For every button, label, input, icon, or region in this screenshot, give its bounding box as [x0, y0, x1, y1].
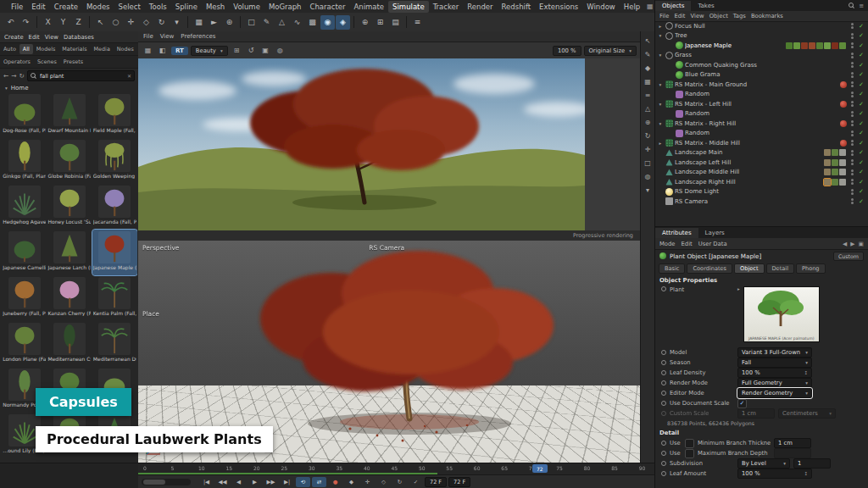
visibility-dots[interactable] [851, 140, 854, 146]
render-picture-viewer-button[interactable]: ► [207, 15, 221, 30]
redshift-tag-icon[interactable] [840, 101, 847, 108]
material-tag-icon[interactable] [839, 159, 846, 166]
enabled-check-icon[interactable]: ✓ [857, 188, 865, 195]
rv-menu-file[interactable]: File [143, 33, 153, 40]
visibility-dots[interactable] [851, 42, 854, 48]
primitive-cube-button[interactable]: □ [244, 15, 259, 30]
move-tool-button[interactable]: ✛ [124, 15, 138, 30]
object-row-rs-camera[interactable]: RS Camera✓ [655, 197, 868, 207]
object-row-grass[interactable]: ▾Grass✓ [655, 51, 868, 61]
ab-tab-operators[interactable]: Operators [0, 57, 34, 67]
material-tag-icon[interactable] [839, 169, 846, 175]
rv-lock-icon[interactable]: ▣ [259, 45, 272, 57]
om-menu-view[interactable]: View [691, 13, 704, 19]
ab-tab-materials[interactable]: Materials [58, 44, 90, 54]
material-tag-icon[interactable] [839, 42, 846, 49]
object-row-landscape-middle-hill[interactable]: Landscape Middle Hill✓ [655, 168, 868, 178]
enabled-check-icon[interactable]: ✓ [857, 198, 865, 205]
object-row-rs-matrix-left-hill[interactable]: ▾RS Matrix - Left Hill✓ [655, 99, 868, 109]
enabled-check-icon[interactable]: ✓ [857, 71, 865, 78]
at-mode-mode[interactable]: Mode [659, 241, 676, 247]
record-keyframe-button[interactable]: ◆ [344, 477, 359, 487]
nav-forward-icon[interactable]: → [11, 72, 16, 80]
asset-item-hedgehog-agave-fall[interactable]: Hedgehog Agave (Fall,… [2, 184, 47, 230]
object-row-landscape-main[interactable]: Landscape Main✓ [655, 148, 868, 158]
material-tag-icon[interactable] [832, 179, 838, 186]
menu-help[interactable]: Help [620, 1, 644, 13]
asset-item-japanese-maple-fall[interactable]: Japanese Maple (Fall, … [92, 230, 137, 275]
visibility-dots[interactable] [851, 101, 854, 107]
material-tag-icon[interactable] [793, 42, 800, 49]
tab-layers[interactable]: Layers [698, 228, 732, 238]
om-menu-bookmarks[interactable]: Bookmarks [751, 13, 783, 19]
object-row-random[interactable]: Random✓ [655, 109, 868, 119]
ab-tab-models[interactable]: Models [33, 44, 59, 54]
visibility-dots[interactable] [851, 111, 854, 117]
enabled-check-icon[interactable]: ✓ [857, 91, 865, 97]
ab-tab-auto[interactable]: Auto [0, 44, 19, 54]
lock-z-button[interactable]: Z [71, 15, 86, 30]
more-tools-icon[interactable]: ▾ [643, 185, 654, 195]
visibility-dots[interactable] [851, 120, 854, 126]
redshift-tag-icon[interactable] [840, 120, 847, 127]
search-input[interactable] [40, 73, 125, 80]
record-scale-button[interactable]: ◇ [376, 477, 391, 487]
history-forward-icon[interactable]: ▶ [850, 241, 854, 247]
previous-key-button[interactable]: ◀◀ [215, 477, 230, 487]
frame-field-1[interactable]: 72 F [448, 477, 470, 487]
ab-tab-nodes[interactable]: Nodes [114, 44, 137, 54]
visibility-dots[interactable] [851, 198, 854, 204]
range-slider[interactable] [142, 479, 191, 485]
subdivision-level-field[interactable]: 1 [793, 458, 831, 469]
custom-scale-unit-select[interactable]: Centimeters▾ [778, 408, 836, 419]
material-tag-icon[interactable] [824, 42, 831, 49]
material-tag-icon[interactable] [824, 169, 831, 175]
record-position-button[interactable]: ✛ [360, 477, 375, 487]
asset-item-dog-rose-fall-plant[interactable]: Dog-Rose (Fall, Plant) [2, 92, 47, 138]
material-tag-icon[interactable] [832, 159, 838, 166]
attr-tab-basic[interactable]: Basic [659, 263, 685, 274]
object-row-rs-dome-light[interactable]: RS Dome Light✓ [655, 187, 868, 197]
menu-file[interactable]: File [7, 1, 27, 13]
menu-edit[interactable]: Edit [27, 1, 49, 13]
material-tag-icon[interactable] [832, 42, 838, 49]
menu-create[interactable]: Create [50, 1, 82, 13]
visibility-dots[interactable] [851, 130, 854, 136]
record-rotation-button[interactable]: ↻ [392, 477, 407, 487]
points-mode-icon[interactable]: ◆ [643, 63, 654, 73]
rv-menu-preferences[interactable]: Preferences [181, 33, 215, 40]
expand-arrow-icon[interactable]: ▾ [657, 121, 664, 126]
object-row-focus-null[interactable]: ▸Focus Null✓ [655, 21, 868, 31]
panel-menu-icon[interactable]: ≡ [859, 3, 864, 9]
previous-frame-button[interactable]: ◀ [231, 477, 246, 487]
autokey-button[interactable]: ● [328, 477, 342, 487]
expand-icon[interactable]: ▸ [737, 286, 740, 291]
menu-spline[interactable]: Spline [171, 1, 202, 13]
use-document-scale-checkbox[interactable]: ✓ [737, 399, 747, 408]
ab-tab-scenes[interactable]: Scenes [34, 57, 60, 67]
enabled-check-icon[interactable]: ✓ [857, 149, 865, 156]
search-icon[interactable] [849, 3, 855, 9]
asset-item-kanzan-cherry-fall-pl[interactable]: Kanzan Cherry (Fall, Pl… [47, 275, 92, 321]
loop-playback-button[interactable]: ⟲ [296, 477, 310, 487]
expand-arrow-icon[interactable]: ▾ [657, 102, 664, 107]
visibility-dots[interactable] [851, 179, 854, 185]
material-tag-icon[interactable] [786, 42, 793, 49]
menu-tools[interactable]: Tools [145, 1, 171, 13]
material-tag-icon[interactable] [824, 179, 831, 186]
enabled-check-icon[interactable]: ✓ [857, 42, 865, 49]
enabled-check-icon[interactable]: ✓ [857, 23, 865, 30]
menu-animate[interactable]: Animate [349, 1, 388, 13]
zoom-level[interactable]: 100 % [553, 46, 581, 56]
lock-x-button[interactable]: X [41, 15, 55, 30]
asset-item-mediterranean-cypres[interactable]: Mediterranean Cypres… [47, 321, 92, 367]
enabled-check-icon[interactable]: ✓ [857, 32, 865, 39]
rv-filter-icon[interactable]: ◍ [274, 45, 287, 57]
attr-tab-object[interactable]: Object [734, 263, 764, 274]
visibility-dots[interactable] [851, 23, 854, 29]
material-tag-icon[interactable] [824, 159, 831, 166]
attr-tab-detail[interactable]: Detail [766, 263, 794, 274]
min-branch-checkbox[interactable] [685, 439, 694, 448]
anim-dot[interactable] [661, 286, 666, 291]
viewport-pen-icon[interactable]: ✎ [643, 49, 654, 59]
